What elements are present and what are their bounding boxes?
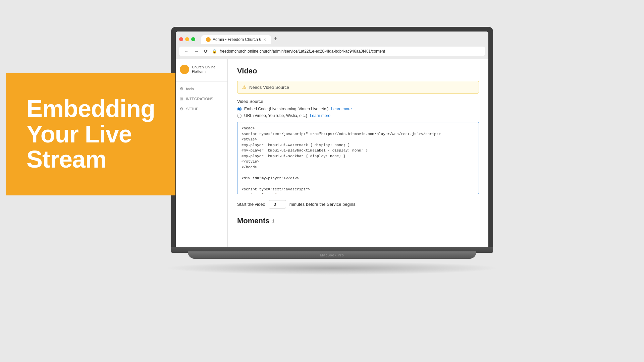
- browser-content: Church Online Platform ⚙ tools ⊞ INTEGRA…: [176, 59, 488, 248]
- alert-icon: ⚠: [242, 84, 247, 90]
- sidebar-divider: [176, 81, 227, 82]
- setup-icon: ⚙: [180, 107, 183, 111]
- forward-button[interactable]: →: [193, 48, 200, 55]
- laptop-mockup: Admin • Freedom Church 6 ✕ + ← → ⟳ 🔒 fre…: [171, 27, 493, 328]
- sidebar-item-setup[interactable]: ⚙ SETUP: [176, 104, 227, 114]
- moments-title: Moments ℹ: [237, 217, 479, 225]
- sidebar: Church Online Platform ⚙ tools ⊞ INTEGRA…: [176, 59, 228, 248]
- alert-text: Needs Video Source: [249, 85, 289, 90]
- active-tab[interactable]: Admin • Freedom Church 6 ✕: [201, 35, 271, 44]
- moments-info-icon[interactable]: ℹ: [272, 218, 274, 224]
- sidebar-item-tools[interactable]: ⚙ tools: [176, 84, 227, 94]
- start-video-row: Start the video minutes before the Servi…: [237, 200, 479, 208]
- url-label: URL (Vimeo, YouTube, Wistia, etc.): [244, 113, 307, 118]
- url-radio[interactable]: [237, 114, 241, 118]
- maximize-button-icon[interactable]: [191, 37, 195, 41]
- new-tab-button[interactable]: +: [271, 34, 280, 44]
- sidebar-logo: Church Online Platform: [176, 62, 227, 79]
- sidebar-item-label: tools: [186, 87, 194, 91]
- lock-icon: 🔒: [212, 49, 217, 54]
- close-button-icon[interactable]: [179, 37, 183, 41]
- main-content: Video ⚠ Needs Video Source Video Source …: [228, 59, 488, 248]
- minutes-input[interactable]: [269, 200, 286, 208]
- traffic-lights: [179, 37, 195, 41]
- embed-code-textarea[interactable]: [237, 122, 479, 194]
- cop-logo-icon: [180, 65, 189, 74]
- sidebar-item-integrations[interactable]: ⊞ INTEGRATIONS: [176, 94, 227, 104]
- alert-banner: ⚠ Needs Video Source: [237, 81, 479, 94]
- tab-close-icon[interactable]: ✕: [263, 38, 266, 42]
- sidebar-logo-text: Church Online Platform: [192, 65, 223, 74]
- address-text[interactable]: freedomchurch.online.church/admin/servic…: [220, 49, 482, 54]
- minutes-suffix-label: minutes before the Service begins.: [289, 202, 357, 207]
- laptop-screen: Admin • Freedom Church 6 ✕ + ← → ⟳ 🔒 fre…: [176, 32, 488, 248]
- embed-code-learn-more-link[interactable]: Learn more: [331, 107, 352, 111]
- orange-card-heading: Embedding Your Live Stream: [26, 96, 155, 172]
- video-source-label: Video Source: [237, 99, 479, 104]
- orange-card: Embedding Your Live Stream: [6, 73, 175, 195]
- start-video-label: Start the video: [237, 202, 265, 207]
- browser-chrome: Admin • Freedom Church 6 ✕ + ← → ⟳ 🔒 fre…: [176, 32, 488, 59]
- sidebar-item-label: INTEGRATIONS: [186, 97, 213, 101]
- browser-tabs: Admin • Freedom Church 6 ✕ +: [201, 34, 280, 44]
- embed-code-label: Embed Code (Live streaming, Vimeo Live, …: [244, 107, 328, 111]
- address-bar[interactable]: ← → ⟳ 🔒 freedomchurch.online.church/admi…: [179, 47, 485, 56]
- back-button[interactable]: ←: [182, 48, 190, 55]
- integrations-icon: ⊞: [180, 97, 183, 101]
- video-section-title: Video: [237, 67, 479, 75]
- embed-code-radio-item[interactable]: Embed Code (Live streaming, Vimeo Live, …: [237, 107, 479, 111]
- tab-title: Admin • Freedom Church 6: [213, 37, 261, 42]
- minimize-button-icon[interactable]: [185, 37, 189, 41]
- url-learn-more-link[interactable]: Learn more: [310, 113, 330, 118]
- video-source-radio-group: Embed Code (Live streaming, Vimeo Live, …: [237, 107, 479, 118]
- reload-button[interactable]: ⟳: [203, 48, 209, 55]
- laptop-base: [188, 251, 476, 259]
- sidebar-item-label: SETUP: [186, 107, 199, 111]
- embed-code-radio[interactable]: [237, 107, 241, 111]
- laptop-body: Admin • Freedom Church 6 ✕ + ← → ⟳ 🔒 fre…: [171, 27, 493, 248]
- tools-icon: ⚙: [180, 86, 183, 91]
- url-radio-item[interactable]: URL (Vimeo, YouTube, Wistia, etc.) Learn…: [237, 113, 479, 118]
- tab-favicon-icon: [206, 37, 211, 42]
- laptop-shadow: [164, 261, 500, 275]
